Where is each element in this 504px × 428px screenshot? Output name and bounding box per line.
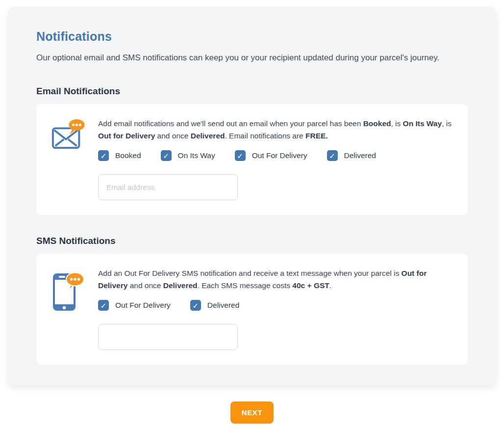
- text-run-bold: FREE.: [305, 132, 328, 140]
- email-card-content: Add email notifications and we'll send o…: [98, 117, 453, 200]
- text-run-bold: On Its Way: [403, 119, 442, 128]
- text-run-bold: Booked: [363, 119, 391, 128]
- email-chat-icon: [51, 118, 85, 151]
- checkbox-checked-icon[interactable]: ✓: [190, 300, 201, 311]
- checkbox-checked-icon[interactable]: ✓: [327, 150, 338, 161]
- email-section-heading: Email Notifications: [36, 86, 468, 97]
- checkbox-checked-icon[interactable]: ✓: [98, 300, 109, 311]
- email-checkbox-row: ✓ Booked ✓ On Its Way ✓ Out For Delivery…: [98, 150, 453, 161]
- text-run: and once: [155, 132, 190, 140]
- checkbox-checked-icon[interactable]: ✓: [235, 150, 246, 161]
- sms-number-input[interactable]: [98, 324, 238, 350]
- sms-description: Add an Out For Delivery SMS notification…: [98, 267, 453, 292]
- checkbox-label: Booked: [115, 151, 141, 160]
- text-run: . Email notifications are: [225, 132, 305, 140]
- email-notifications-card: Add email notifications and we'll send o…: [36, 104, 468, 215]
- text-run-bold: Out for Delivery: [98, 132, 155, 140]
- phone-chat-icon: [51, 268, 85, 314]
- next-button[interactable]: NEXT: [230, 401, 274, 424]
- text-run: , is: [442, 119, 452, 128]
- page-intro: Our optional email and SMS notifications…: [36, 50, 453, 65]
- checkbox-checked-icon[interactable]: ✓: [98, 150, 109, 161]
- checkbox-label: On Its Way: [178, 151, 215, 160]
- text-run: and once: [127, 281, 163, 290]
- checkbox-label: Delivered: [344, 151, 376, 160]
- text-run: Add an Out For Delivery SMS notification…: [98, 269, 402, 277]
- checkbox-sms-delivered[interactable]: ✓ Delivered: [190, 300, 239, 311]
- checkbox-email-booked[interactable]: ✓ Booked: [98, 150, 141, 161]
- page-title: Notifications: [36, 29, 468, 44]
- text-run-bold: 40c + GST: [292, 281, 329, 290]
- email-icon-column: [51, 117, 85, 200]
- sms-icon-column: [51, 267, 85, 350]
- notifications-panel: Notifications Our optional email and SMS…: [8, 7, 496, 385]
- sms-checkbox-row: ✓ Out For Delivery ✓ Delivered: [98, 300, 453, 311]
- checkbox-sms-out-for-delivery[interactable]: ✓ Out For Delivery: [98, 300, 171, 311]
- text-run: .: [329, 281, 331, 290]
- text-run: , is: [391, 119, 403, 128]
- sms-notifications-card: Add an Out For Delivery SMS notification…: [36, 254, 468, 365]
- email-description: Add email notifications and we'll send o…: [98, 117, 453, 142]
- checkbox-email-on-its-way[interactable]: ✓ On Its Way: [161, 150, 215, 161]
- checkbox-label: Out For Delivery: [115, 301, 171, 310]
- text-run: Add email notifications and we'll send o…: [98, 119, 363, 128]
- checkbox-email-out-for-delivery[interactable]: ✓ Out For Delivery: [235, 150, 307, 161]
- sms-card-content: Add an Out For Delivery SMS notification…: [98, 267, 453, 350]
- checkbox-checked-icon[interactable]: ✓: [161, 150, 172, 161]
- email-address-input[interactable]: [98, 174, 238, 200]
- text-run-bold: Delivered: [191, 132, 225, 140]
- text-run-bold: Delivered: [163, 281, 198, 290]
- checkbox-email-delivered[interactable]: ✓ Delivered: [327, 150, 376, 161]
- footer-bar: NEXT: [0, 401, 504, 424]
- checkbox-label: Delivered: [207, 301, 239, 310]
- checkbox-label: Out For Delivery: [252, 151, 307, 160]
- text-run: . Each SMS message costs: [198, 281, 293, 290]
- sms-section-heading: SMS Notifications: [36, 236, 468, 246]
